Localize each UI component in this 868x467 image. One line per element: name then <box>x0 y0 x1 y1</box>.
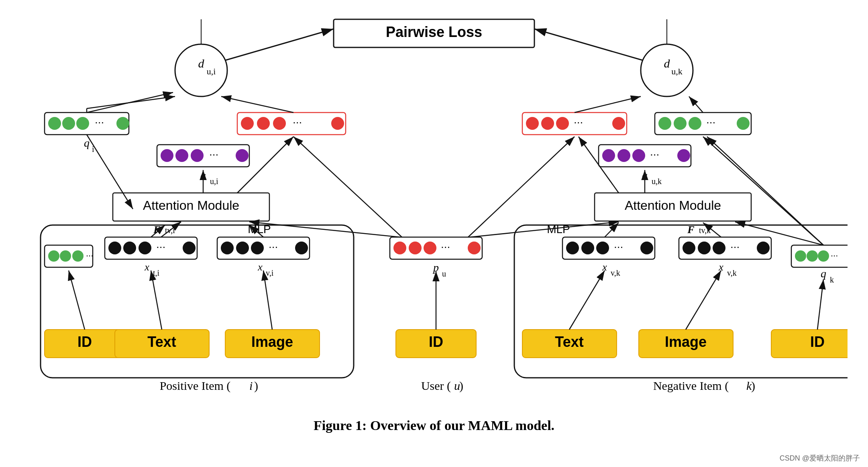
svg-line-52 <box>263 270 272 330</box>
dui-subscript: u,i <box>207 66 216 76</box>
svg-point-8 <box>48 117 61 130</box>
svg-point-4 <box>641 44 693 96</box>
svg-rect-118 <box>771 330 848 358</box>
svg-text:···: ··· <box>730 240 740 253</box>
xti-label: x <box>144 261 149 273</box>
svg-point-99 <box>795 250 806 262</box>
xvi-subscript: v,i <box>266 268 274 277</box>
svg-point-65 <box>409 242 422 254</box>
svg-text:): ) <box>254 379 258 393</box>
duk-label: d <box>664 57 670 70</box>
diagram-svg: Pairwise Loss d u,i d u,k ··· q i ··· <box>20 12 848 414</box>
svg-point-16 <box>273 117 286 130</box>
svg-line-75 <box>293 137 402 237</box>
svg-point-94 <box>677 149 690 162</box>
svg-point-109 <box>640 242 653 254</box>
svg-point-80 <box>556 117 569 130</box>
svg-point-78 <box>526 117 539 130</box>
svg-line-51 <box>151 270 162 330</box>
pairwise-loss-label: Pairwise Loss <box>386 24 482 40</box>
svg-line-123 <box>817 279 823 330</box>
svg-line-76 <box>468 137 575 237</box>
image-pos-label: Image <box>251 334 293 350</box>
svg-line-122 <box>686 270 721 330</box>
svg-point-100 <box>807 250 818 262</box>
qk-label: q <box>821 267 826 280</box>
xti-subscript: t,i <box>153 268 160 277</box>
attention-right-label: Attention Module <box>625 198 721 213</box>
id-user-label: ID <box>429 334 443 350</box>
svg-point-68 <box>468 242 481 254</box>
svg-text:···: ··· <box>614 240 623 253</box>
svg-point-92 <box>632 149 645 162</box>
svg-text:): ) <box>459 379 463 393</box>
svg-text:···: ··· <box>706 116 715 128</box>
svg-point-33 <box>183 242 196 254</box>
pu-subscript: u <box>442 269 446 278</box>
svg-point-113 <box>713 242 725 254</box>
svg-point-82 <box>612 117 625 130</box>
svg-text:···: ··· <box>650 148 659 160</box>
svg-point-31 <box>139 242 151 254</box>
svg-point-85 <box>674 117 687 130</box>
svg-line-73 <box>249 222 400 237</box>
svg-point-107 <box>596 242 609 254</box>
svg-text:···: ··· <box>574 116 583 128</box>
dui-label: d <box>198 57 205 70</box>
svg-point-18 <box>331 117 344 130</box>
svg-line-61 <box>161 222 181 237</box>
id-pos-label: ID <box>77 334 92 350</box>
svg-point-20 <box>161 149 173 162</box>
watermark: CSDN @爱晒太阳的胖子 <box>780 453 860 463</box>
svg-point-79 <box>541 117 554 130</box>
svg-point-64 <box>393 242 406 254</box>
svg-point-105 <box>566 242 579 254</box>
svg-text:···: ··· <box>156 240 165 253</box>
svg-line-60 <box>87 135 133 209</box>
svg-point-10 <box>76 117 89 130</box>
svg-point-3 <box>175 44 227 96</box>
svg-text:i: i <box>249 379 253 392</box>
auk-subscript: u,k <box>652 177 662 186</box>
svg-text:···: ··· <box>831 250 838 260</box>
text-pos-label: Text <box>147 334 176 350</box>
svg-point-24 <box>236 149 249 162</box>
mlp-neg-label: MLP <box>547 223 570 236</box>
figure-caption: Figure 1: Overview of our MAML model. <box>314 418 554 433</box>
aui-subscript: u,i <box>210 177 218 186</box>
svg-point-66 <box>424 242 436 254</box>
ftvk-label: F <box>687 224 694 236</box>
svg-point-90 <box>602 149 615 162</box>
image-neg-label: Image <box>665 334 707 350</box>
svg-point-37 <box>251 242 264 254</box>
svg-line-58 <box>87 92 173 113</box>
svg-point-12 <box>116 117 129 130</box>
duk-subscript: u,k <box>671 66 683 76</box>
svg-point-41 <box>48 250 59 262</box>
svg-point-43 <box>72 250 84 262</box>
svg-point-35 <box>221 242 234 254</box>
attention-left-label: Attention Module <box>143 198 239 213</box>
xvk1-subscript: v,k <box>611 268 620 277</box>
svg-line-6 <box>534 29 643 60</box>
svg-point-15 <box>257 117 270 130</box>
svg-point-21 <box>175 149 188 162</box>
svg-point-42 <box>60 250 71 262</box>
svg-point-112 <box>698 242 711 254</box>
svg-text:···: ··· <box>441 240 450 253</box>
svg-text:···: ··· <box>95 116 104 128</box>
main-container: Pairwise Loss d u,i d u,k ··· q i ··· <box>0 0 868 467</box>
svg-line-121 <box>569 270 605 330</box>
svg-point-14 <box>241 117 254 130</box>
svg-line-74 <box>470 222 619 237</box>
xvi-label: x <box>257 261 263 273</box>
svg-point-36 <box>236 242 249 254</box>
svg-text:···: ··· <box>269 240 278 253</box>
text-neg-label: Text <box>555 334 583 350</box>
svg-point-22 <box>191 149 204 162</box>
svg-text:···: ··· <box>86 250 93 260</box>
svg-point-88 <box>737 117 750 130</box>
svg-text:···: ··· <box>293 116 302 128</box>
svg-line-59 <box>221 96 293 113</box>
svg-point-91 <box>617 149 630 162</box>
